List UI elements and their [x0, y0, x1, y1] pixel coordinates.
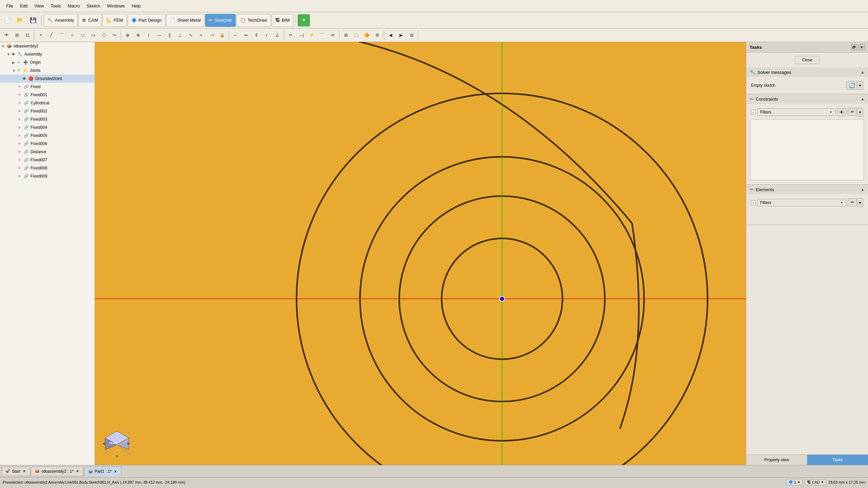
sketcher-fix-vertical[interactable]: ⇕ — [251, 30, 261, 40]
elements-pencil-btn[interactable]: ✏ — [848, 198, 857, 206]
sketcher-settings-icon[interactable]: ⚙ — [372, 30, 382, 40]
save-file-icon[interactable]: 💾 — [27, 14, 39, 26]
refresh-dropdown-arrow[interactable]: ▼ — [857, 81, 863, 90]
sketcher-ellipse-icon[interactable]: ⬭ — [78, 30, 88, 40]
cad-dropdown[interactable]: 🏗 CAD ▼ — [805, 479, 826, 485]
sketcher-arc-icon[interactable]: ⌒ — [57, 30, 67, 40]
constraints-checkbox[interactable] — [751, 110, 756, 115]
sketcher-constraint-symmetric[interactable]: ⊣ — [206, 30, 217, 40]
sketcher-grid-overlay[interactable]: ⊞ — [407, 30, 417, 40]
3d-viewport[interactable]: REAR ◀ ▶ ▼ — [95, 42, 746, 465]
assembly-workbench-btn[interactable]: 🔧 Assembly — [44, 14, 78, 27]
menu-file[interactable]: File — [3, 2, 17, 10]
property-view-btn[interactable]: Property view — [746, 455, 807, 465]
bim-workbench-btn[interactable]: 🏗 BIM — [272, 14, 293, 27]
fem-workbench-btn[interactable]: 📐 FEM — [102, 14, 126, 27]
close-button[interactable]: Close — [795, 56, 820, 64]
sketcher-constraint-horizontal[interactable]: — — [154, 30, 164, 40]
tree-item-groundedjoint[interactable]: 👁 🔴 GroundedJoint — [0, 75, 95, 83]
tree-item-fixed004[interactable]: 👁 🔗 Fixed004 — [0, 123, 95, 131]
elements-pencil-dd-arrow[interactable]: ▼ — [857, 198, 863, 207]
elements-filter-btn[interactable]: Filters ▼ — [757, 199, 846, 206]
sketcher-constraint-tangent[interactable]: ∿ — [185, 30, 196, 40]
sketcher-snap-icon[interactable]: ⊡ — [22, 30, 33, 40]
constraints-header[interactable]: ✏ Constraints ▲ — [746, 94, 868, 104]
elements-checkbox[interactable] — [751, 200, 756, 205]
tree-item-otkassembly2[interactable]: ▼ 📦 otkassembly2 — [0, 42, 95, 50]
sketcher-constraint-point-on[interactable]: ⊗ — [133, 30, 143, 40]
tab-start[interactable]: 🚀 Start ✕ — [1, 467, 30, 476]
sketcher-constraint-perpendicular[interactable]: ⊥ — [175, 30, 185, 40]
solver-messages-header[interactable]: 🔧 Solver messages ▲ — [746, 67, 868, 77]
tree-item-fixed006[interactable]: 👁 🔗 Fixed006 — [0, 140, 95, 148]
menu-sketch[interactable]: Sketch — [83, 2, 104, 10]
tab-close-otkassembly2[interactable]: ✕ — [75, 469, 80, 474]
tree-item-fixed003[interactable]: 👁 🔗 Fixed003 — [0, 115, 95, 123]
tree-item-joints[interactable]: ▼ 👁 📁 Joints — [0, 66, 95, 75]
constraints-filter-btn[interactable]: Filters ▼ — [757, 108, 835, 116]
add-workbench-btn[interactable]: + — [298, 14, 310, 26]
tree-item-distance[interactable]: 👁 🔗 Distance — [0, 148, 95, 156]
sketcher-mirror-icon[interactable]: ⇌ — [328, 30, 338, 40]
sketcher-angle-icon[interactable]: ∠ — [272, 30, 282, 40]
sketcher-grid-icon[interactable]: ⊞ — [12, 30, 22, 40]
sketcher-constraint-parallel[interactable]: ∥ — [164, 30, 175, 40]
sketcher-view-icon[interactable]: 👁 — [1, 30, 12, 40]
constraints-eye-btn[interactable]: 👁 — [837, 108, 846, 116]
sketcher-extend-icon[interactable]: →| — [296, 30, 306, 40]
menu-edit[interactable]: Edit — [17, 2, 31, 10]
sketcher-fix-horizontal[interactable]: ⇔ — [241, 30, 251, 40]
tree-item-fixed001[interactable]: 👁 🔗 Fixed001 — [0, 91, 95, 99]
techdraw-workbench-btn[interactable]: 📋 TechDraw — [236, 14, 271, 27]
sketcher-circle-icon[interactable]: ○ — [67, 30, 77, 40]
tab-part1[interactable]: 📦 Part1 : 1* ✕ — [84, 467, 121, 476]
sketcher-constraint-block[interactable]: 🔒 — [217, 30, 227, 40]
sketcher-more-left[interactable]: ◀ — [386, 30, 396, 40]
tree-item-fixed[interactable]: 👁 🔗 Fixed — [0, 83, 95, 91]
tab-otkassembly2[interactable]: 📦 otkassembly2 : 1* ✕ — [31, 467, 83, 476]
sketcher-polygon-icon[interactable]: ⬡ — [99, 30, 109, 40]
constraints-pencil-dd-arrow[interactable]: ▼ — [857, 108, 863, 117]
tree-item-fixed005[interactable]: 👁 🔗 Fixed005 — [0, 131, 95, 140]
sketcher-fillet-icon[interactable]: ⌒ — [317, 30, 327, 40]
tree-item-fixed007[interactable]: 👁 🔗 Fixed007 — [0, 156, 95, 164]
menu-help[interactable]: Help — [128, 2, 144, 10]
part-design-workbench-btn[interactable]: 🔷 Part Design — [127, 14, 165, 27]
tree-item-fixed009[interactable]: 👁 🔗 Fixed009 — [0, 172, 95, 180]
open-file-icon[interactable]: 📂 — [14, 14, 26, 26]
sketcher-carbon-icon[interactable]: 🔶 — [362, 30, 372, 40]
tree-item-origin[interactable]: ▶ 👁 ➕ Origin — [0, 58, 95, 66]
tree-item-cylindrical[interactable]: 👁 🔗 Cylindrical — [0, 99, 95, 107]
menu-macro[interactable]: Macro — [64, 2, 83, 10]
cam-workbench-btn[interactable]: ⚙ CAM — [78, 14, 102, 27]
sketcher-dimension-icon[interactable]: ↔ — [230, 30, 240, 40]
page-number-dropdown[interactable]: 🔷 1 ▼ — [786, 479, 803, 485]
sketcher-more-right[interactable]: ▶ — [396, 30, 406, 40]
sketcher-spline-icon[interactable]: 〜 — [109, 30, 119, 40]
tree-item-assembly[interactable]: ▼ 👁 🔧 Assembly — [0, 50, 95, 58]
sketcher-constraint-coincident[interactable]: ⊕ — [122, 30, 133, 40]
sketcher-radius-icon[interactable]: r — [262, 30, 272, 40]
panel-close-btn[interactable]: ✕ — [859, 44, 865, 50]
sketcher-workbench-btn[interactable]: ✏ Sketcher — [205, 14, 236, 27]
sketcher-constraint-equal[interactable]: = — [196, 30, 206, 40]
sketcher-external-icon[interactable]: ⬚ — [351, 30, 361, 40]
tab-close-start[interactable]: ✕ — [22, 469, 26, 474]
sketcher-split-icon[interactable]: ⚡ — [307, 30, 317, 40]
new-file-icon[interactable]: 📄 — [1, 14, 14, 26]
sketcher-pattern-icon[interactable]: ⊞ — [341, 30, 351, 40]
restore-btn[interactable]: 🗗 — [851, 44, 857, 50]
tasks-footer-btn[interactable]: Tasks — [807, 455, 868, 465]
tab-close-part1[interactable]: ✕ — [113, 469, 118, 474]
sketcher-rect-icon[interactable]: ▭ — [88, 30, 98, 40]
menu-view[interactable]: View — [31, 2, 47, 10]
refresh-button[interactable]: 🔄 — [846, 81, 857, 90]
sketcher-trim-icon[interactable]: ✂ — [285, 30, 296, 40]
tree-item-fixed002[interactable]: 👁 🔗 Fixed002 — [0, 107, 95, 115]
elements-header[interactable]: ✏ Elements ▲ — [746, 185, 868, 194]
sheet-metal-workbench-btn[interactable]: 📄 Sheet Metal — [166, 14, 204, 27]
constraints-pencil-btn[interactable]: ✏ — [848, 108, 857, 116]
orientation-cube[interactable]: REAR ◀ ▶ ▼ — [102, 428, 132, 458]
tree-item-fixed008[interactable]: 👁 🔗 Fixed008 — [0, 164, 95, 172]
menu-tools[interactable]: Tools — [47, 2, 64, 10]
